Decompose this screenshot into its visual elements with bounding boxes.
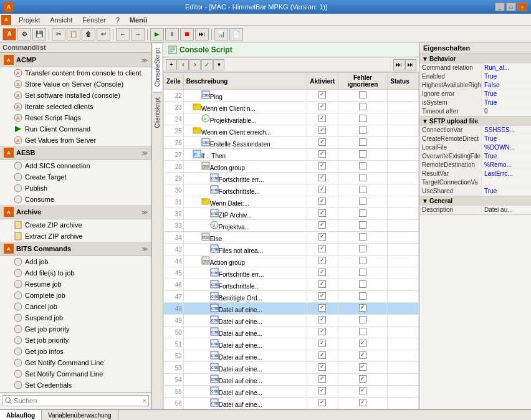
row-ignore-error[interactable] — [338, 113, 387, 125]
fehler-checkbox[interactable] — [359, 186, 366, 193]
toolbar-prev[interactable]: ← — [116, 28, 130, 41]
aktiviert-checkbox[interactable] — [318, 387, 326, 394]
fehler-checkbox[interactable] — [359, 304, 366, 312]
minimize-button[interactable]: _ — [495, 2, 505, 11]
toolbar-save[interactable]: 💾 — [32, 28, 46, 41]
aktiviert-checkbox[interactable] — [318, 150, 326, 158]
row-activated[interactable] — [307, 173, 338, 184]
cmd-resume-job[interactable]: Resume job — [0, 279, 151, 290]
aktiviert-checkbox[interactable] — [318, 174, 326, 181]
row-activated[interactable] — [307, 398, 338, 409]
aktiviert-checkbox[interactable] — [318, 257, 326, 264]
row-ignore-error[interactable] — [338, 220, 387, 232]
cmd-run-client[interactable]: Run Client Command — [0, 123, 151, 135]
aktiviert-checkbox[interactable] — [318, 115, 326, 122]
fehler-checkbox[interactable] — [359, 91, 366, 98]
row-activated[interactable] — [307, 279, 338, 291]
menu-projekt[interactable]: Projekt — [14, 15, 45, 25]
script-tb-skip-end[interactable]: ⏭ — [393, 59, 404, 70]
fehler-checkbox[interactable] — [359, 198, 366, 205]
row-ignore-error[interactable] — [338, 196, 387, 208]
table-row[interactable]: 55 cmdDatei auf eine... — [164, 386, 419, 398]
row-ignore-error[interactable] — [338, 244, 387, 255]
row-ignore-error[interactable] — [338, 303, 387, 315]
aktiviert-checkbox[interactable] — [318, 328, 326, 335]
fehler-checkbox[interactable] — [359, 162, 366, 169]
row-activated[interactable] — [307, 386, 338, 398]
section-archive[interactable]: A Archive ≫ — [0, 205, 151, 219]
script-tb-check[interactable]: ✓ — [201, 59, 213, 70]
fehler-checkbox[interactable] — [359, 340, 366, 347]
toolbar-cut[interactable]: ✂ — [52, 28, 65, 41]
toolbar-pause[interactable]: ⏸ — [165, 28, 179, 41]
fehler-checkbox[interactable] — [359, 257, 366, 264]
aktiviert-checkbox[interactable] — [318, 363, 326, 371]
aktiviert-checkbox[interactable] — [318, 269, 326, 276]
table-row[interactable]: 22 cmdPing — [164, 90, 419, 102]
row-ignore-error[interactable] — [338, 173, 387, 184]
row-ignore-error[interactable] — [338, 338, 387, 350]
tab-variablen[interactable]: Variablenüberwachung — [42, 410, 118, 420]
row-activated[interactable] — [307, 90, 338, 102]
script-tb-prev[interactable]: ‹ — [178, 59, 189, 70]
table-row[interactable]: 56 cmdDatei auf eine... — [164, 398, 419, 409]
table-row[interactable]: 49 cmdDatei auf eine... — [164, 315, 419, 327]
row-ignore-error[interactable] — [338, 279, 387, 291]
fehler-checkbox[interactable] — [359, 115, 366, 122]
table-row[interactable]: 31 Wenn Datei:... — [164, 196, 419, 208]
row-activated[interactable] — [307, 362, 338, 374]
cmd-suspend-job[interactable]: Suspend job — [0, 312, 151, 323]
row-activated[interactable] — [307, 161, 338, 173]
script-tb-add[interactable]: + — [166, 59, 177, 70]
table-row[interactable]: 47 cmdBenötigte Ord... — [164, 291, 419, 303]
aktiviert-checkbox[interactable] — [318, 233, 326, 241]
row-ignore-error[interactable] — [338, 374, 387, 386]
cmd-create-target[interactable]: Create Target — [0, 171, 151, 183]
cmd-add-sics[interactable]: Add SICS connection — [0, 160, 151, 171]
table-row[interactable]: 54 cmdDatei auf eine... — [164, 374, 419, 386]
cmd-iterate-clients[interactable]: A Iterate selected clients — [0, 101, 151, 112]
cmd-reset-flags[interactable]: A Reset Script Flags — [0, 112, 151, 123]
search-input[interactable] — [12, 396, 143, 405]
close-button[interactable]: × — [517, 2, 527, 11]
row-activated[interactable] — [307, 149, 338, 161]
table-row[interactable]: 48 cmdDatei auf eine... — [164, 303, 419, 315]
fehler-checkbox[interactable] — [359, 328, 366, 335]
cmd-get-notify-cmdline[interactable]: Get Notify Command Line — [0, 357, 151, 368]
row-activated[interactable] — [307, 374, 338, 386]
search-clear-icon[interactable]: × — [143, 397, 146, 404]
row-ignore-error[interactable] — [338, 315, 387, 327]
row-activated[interactable] — [307, 232, 338, 244]
toolbar-copy[interactable]: 📋 — [67, 28, 80, 41]
aktiviert-checkbox[interactable] — [318, 280, 326, 288]
table-row[interactable]: 34 elseElse — [164, 232, 419, 244]
row-activated[interactable] — [307, 137, 338, 149]
fehler-checkbox[interactable] — [359, 138, 366, 146]
fehler-checkbox[interactable] — [359, 103, 366, 110]
row-ignore-error[interactable] — [338, 386, 387, 398]
row-ignore-error[interactable] — [338, 208, 387, 220]
row-ignore-error[interactable] — [338, 362, 387, 374]
table-row[interactable]: 26 cmdErstelle Sessiondaten — [164, 137, 419, 149]
section-aesb[interactable]: A AESB ≫ — [0, 146, 151, 160]
fehler-checkbox[interactable] — [359, 174, 366, 181]
script-tb-end[interactable]: ⏭ — [405, 59, 416, 70]
row-activated[interactable] — [307, 113, 338, 125]
section-acmp[interactable]: A ACMP ≫ — [0, 53, 151, 67]
cmd-get-job-priority[interactable]: Get job priority — [0, 323, 151, 335]
row-ignore-error[interactable] — [338, 291, 387, 303]
table-row[interactable]: 45 cmdFortschritte err... — [164, 267, 419, 279]
table-row[interactable]: 24 vProjektvariable... — [164, 113, 419, 125]
fehler-checkbox[interactable] — [359, 126, 366, 134]
aktiviert-checkbox[interactable] — [318, 103, 326, 110]
row-ignore-error[interactable] — [338, 327, 387, 338]
script-tb-next[interactable]: › — [189, 59, 201, 70]
row-ignore-error[interactable] — [338, 102, 387, 113]
aktiviert-checkbox[interactable] — [318, 221, 326, 229]
aktiviert-checkbox[interactable] — [318, 292, 326, 300]
aktiviert-checkbox[interactable] — [318, 245, 326, 252]
row-ignore-error[interactable] — [338, 267, 387, 279]
aktiviert-checkbox[interactable] — [318, 399, 326, 406]
row-ignore-error[interactable] — [338, 90, 387, 102]
menu-fenster[interactable]: Fenster — [77, 15, 110, 25]
